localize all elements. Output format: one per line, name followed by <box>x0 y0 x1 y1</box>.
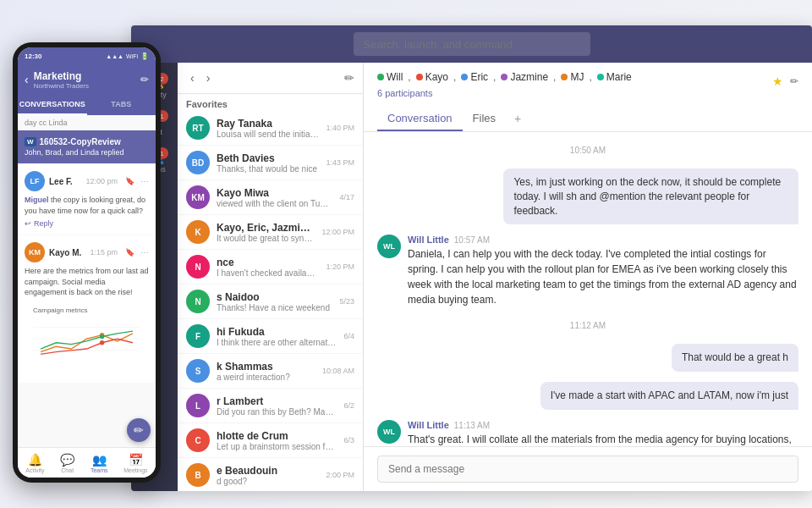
contact-time: 1:20 PM <box>326 262 354 271</box>
contact-name: Kayo Miwa <box>217 187 332 199</box>
contact-item[interactable]: K Kayo, Eric, Jazmine, +2 It would be gr… <box>178 215 363 250</box>
contact-name: s Naidoo <box>217 291 332 303</box>
participant: Jazmine <box>501 71 548 83</box>
channel-sub-label: day cc Linda <box>18 115 156 130</box>
contact-avatar: KM <box>186 185 210 209</box>
contact-item[interactable]: F hi Fukuda I think there are other alte… <box>178 319 363 354</box>
star-icon[interactable]: ★ <box>772 75 783 88</box>
tab-conversations[interactable]: CONVERSATIONS <box>18 95 87 115</box>
bookmark-icon-2[interactable]: 🔖 <box>125 248 134 257</box>
contact-avatar: F <box>186 324 210 348</box>
participant-name: Marie <box>606 71 632 83</box>
tab-files[interactable]: Files <box>463 107 506 131</box>
post-item-1: LF Lee F. 12:00 pm 🔖 ⋯ Miguel the copy i… <box>18 164 156 235</box>
word-icon: W <box>25 137 36 146</box>
contact-item[interactable]: C hlotte de Crum Let up a brainstorm ses… <box>178 423 363 458</box>
chat-tabs: Conversation Files + <box>377 107 798 131</box>
compose-button[interactable]: ✏ <box>344 71 354 85</box>
participant-name: MJ <box>570 71 584 83</box>
phone-content: day cc Linda W 160532-CopyReview John, B… <box>18 115 156 447</box>
nav-forward-button[interactable]: › <box>202 69 215 86</box>
contact-item[interactable]: BD Beth Davies Thanks, that would be nic… <box>178 146 363 180</box>
phone-compose-button[interactable]: ✏ <box>140 74 149 86</box>
contact-time: 12:00 PM <box>321 228 354 236</box>
contact-item[interactable]: N s Naidoo Thanks! Have a nice weekend 5… <box>178 284 363 319</box>
participant: Marie <box>597 71 632 83</box>
more-icon-2[interactable]: ⋯ <box>140 248 149 257</box>
participant: Eric <box>461 71 488 83</box>
message-bubble-right: That would be a great h <box>672 344 798 372</box>
contact-time: 4/17 <box>339 193 354 202</box>
chat-participants-row: Will,Kayo,Eric,Jazmine,MJ,Marie 6 partic… <box>377 71 632 102</box>
nav-activity[interactable]: 🔔 Activity <box>25 453 44 473</box>
contact-avatar: BD <box>186 151 210 174</box>
contact-preview: I haven't checked available times yet <box>217 268 319 278</box>
meetings-nav-icon: 📅 <box>129 453 143 467</box>
contacts-list: RT Ray Tanaka Louisa will send the initi… <box>178 111 363 491</box>
contact-item[interactable]: S k Shammas a weird interaction? 10:08 A… <box>178 354 363 389</box>
post-header-2: KM Kayo M. 1:15 pm 🔖 ⋯ <box>25 242 149 262</box>
contact-info: r Lambert Did you ran this by Beth? Make… <box>217 395 337 417</box>
tab-tabs[interactable]: TABS <box>87 95 156 115</box>
contact-info: nce I haven't checked available times ye… <box>217 257 319 278</box>
post-item-2: KM Kayo M. 1:15 pm 🔖 ⋯ Here are the metr… <box>18 235 156 383</box>
tab-add-button[interactable]: + <box>506 107 529 131</box>
participant-dot <box>377 74 384 80</box>
contact-name: hlotte de Crum <box>217 430 337 442</box>
chat-nav-icon: 💬 <box>60 453 74 467</box>
chat-participants: Will,Kayo,Eric,Jazmine,MJ,Marie <box>377 71 632 83</box>
message-bubble-right: Yes, im just working on the deck now, it… <box>503 168 798 224</box>
meetings-nav-label: Meetings <box>123 467 147 473</box>
contact-item[interactable]: B e Beaudouin d good? 2:00 PM <box>178 458 363 491</box>
contact-avatar: K <box>186 220 210 244</box>
bookmark-icon[interactable]: 🔖 <box>125 177 134 185</box>
phone-header: ‹ Marketing Northwind Traders ✏ <box>18 64 156 95</box>
contact-item[interactable]: KM Kayo Miwa viewed with the client on T… <box>178 180 363 215</box>
contact-name: hi Fukuda <box>217 326 337 338</box>
message-content: Will Little10:57 AM Daniela, I can help … <box>408 235 798 307</box>
participant: Kayo <box>416 71 448 83</box>
comma-separator: , <box>553 71 556 83</box>
teams-nav-icon: 👥 <box>92 453 107 467</box>
contact-preview: Let up a brainstorm session for tomorro.… <box>217 442 337 451</box>
contact-preview: Louisa will send the initial list of att… <box>217 130 319 139</box>
contact-preview: Did you ran this by Beth? Make sure she … <box>217 407 337 417</box>
message-sender: Will Little11:13 AM <box>408 420 798 430</box>
nav-teams[interactable]: 👥 Teams <box>91 453 108 473</box>
participant: MJ <box>561 71 584 83</box>
participant: Will <box>377 71 403 83</box>
search-input[interactable] <box>354 32 590 56</box>
contact-item[interactable]: L r Lambert Did you ran this by Beth? Ma… <box>178 389 363 423</box>
chart-title: Campaign metrics <box>33 306 140 314</box>
comma-separator: , <box>408 71 410 83</box>
contact-preview: I think there are other alternatives we … <box>217 338 337 347</box>
desktop-main: 🔔 Activity 2 💬 Chat 1 👥 Teams 1 ‹ › <box>131 63 812 491</box>
contact-preview: It would be great to sync with you bo... <box>217 234 315 243</box>
nav-meetings[interactable]: 📅 Meetings <box>123 453 147 473</box>
phone-bottom-nav: 🔔 Activity 💬 Chat 👥 Teams 📅 Meetings <box>18 447 156 478</box>
more-icon[interactable]: ⋯ <box>140 177 149 186</box>
reply-button-1[interactable]: ↩ Reply <box>25 219 149 228</box>
chat-input-bar <box>364 446 812 491</box>
phone-device: 12:30 ▲▲▲ WiFi 🔋 ‹ Marketing Northwind T… <box>13 42 161 483</box>
back-button[interactable]: ‹ <box>25 73 29 86</box>
edit-icon[interactable]: ✏ <box>790 75 798 87</box>
fab-button[interactable]: ✏ <box>127 418 151 442</box>
message-content: Will Little11:13 AM That's great. I will… <box>408 420 798 446</box>
message-input[interactable] <box>377 456 798 483</box>
svg-point-4 <box>100 334 104 339</box>
phone-time: 12:30 <box>25 52 41 60</box>
post-time-1: 12:00 pm <box>85 177 118 185</box>
contact-name: r Lambert <box>217 395 337 407</box>
contact-item[interactable]: RT Ray Tanaka Louisa will send the initi… <box>178 111 363 146</box>
tab-conversation[interactable]: Conversation <box>377 107 463 131</box>
phone-team-title: Marketing <box>34 70 135 82</box>
contact-preview: a weird interaction? <box>217 373 315 382</box>
channel-item-active[interactable]: W 160532-CopyReview John, Brad, and Lind… <box>18 130 156 163</box>
contact-item[interactable]: N nce I haven't checked available times … <box>178 250 363 284</box>
post-time-2: 1:15 pm <box>90 248 118 257</box>
nav-back-button[interactable]: ‹ <box>186 69 199 86</box>
activity-nav-label: Activity <box>25 467 44 473</box>
desktop-topbar <box>131 25 812 63</box>
nav-chat[interactable]: 💬 Chat <box>60 453 74 473</box>
